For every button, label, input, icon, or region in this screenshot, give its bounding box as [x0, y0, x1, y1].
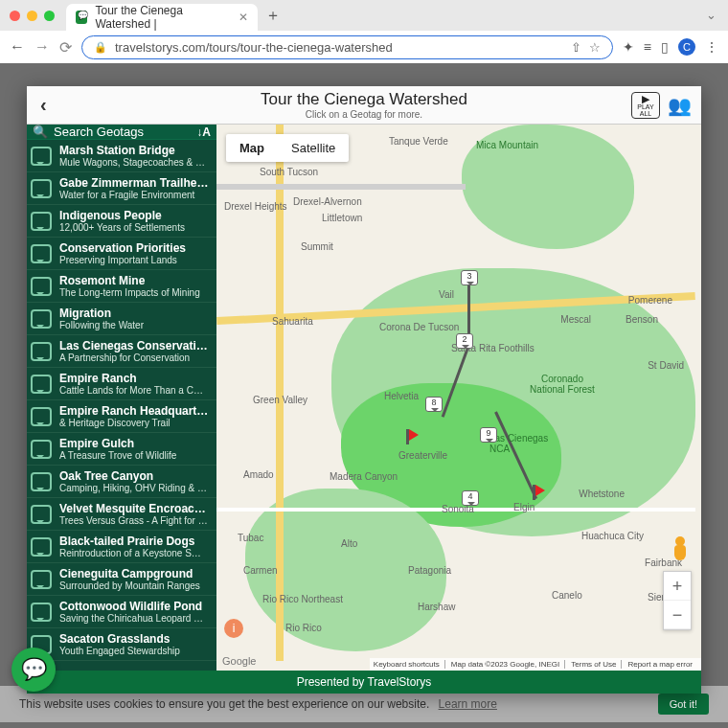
geotag-icon	[31, 244, 52, 263]
geotag-subtitle: Mule Wagons, Stagecoaches & …	[59, 157, 205, 168]
modal-title: Tour the Cienega Watershed	[27, 90, 701, 109]
geotag-title: Indigenous People	[59, 209, 185, 222]
chat-icon: 💬	[21, 657, 47, 682]
map-label: South Tucson	[260, 167, 318, 177]
geotag-item[interactable]: Oak Tree CanyonCamping, Hiking, OHV Ridi…	[27, 466, 216, 498]
window-controls[interactable]	[10, 11, 66, 21]
new-tab-button[interactable]: ＋	[265, 6, 281, 26]
play-all-button[interactable]: ▶ PLAY ALL	[631, 92, 660, 119]
map-label: Rio Rico Northeast	[262, 594, 343, 604]
cookie-accept-button[interactable]: Got it!	[658, 694, 709, 715]
keyboard-shortcuts-link[interactable]: Keyboard shortcuts	[374, 660, 445, 669]
geotag-title: Migration	[59, 307, 144, 320]
map-attribution: Keyboard shortcuts Map data ©2023 Google…	[370, 658, 701, 671]
map-label: Carmen	[243, 565, 278, 576]
geotag-item[interactable]: Cottonwood Wildlife PondSaving the Chiri…	[27, 596, 216, 628]
zoom-in-button[interactable]: +	[664, 572, 691, 601]
geotag-subtitle: Cattle Lands for More Than a C…	[59, 385, 203, 396]
zoom-out-button[interactable]: −	[664, 601, 691, 629]
map-marker[interactable]: 8	[425, 397, 443, 412]
geotag-item[interactable]: Sacaton GrasslandsYouth Engaged Stewards…	[27, 628, 216, 661]
geotag-icon	[31, 472, 52, 491]
url-text: travelstorys.com/tours/tour-the-cienega-…	[115, 40, 393, 55]
google-logo: Google	[222, 655, 256, 667]
tab-title: Tour the Cienega Watershed |	[95, 4, 231, 31]
geotag-subtitle: & Heritage Discovery Trail	[59, 418, 208, 428]
forward-button[interactable]: →	[34, 38, 50, 57]
map-canvas[interactable]: Map Satellite Tanque Verde Mica Mountain…	[216, 125, 701, 671]
terms-link[interactable]: Terms of Use	[571, 660, 622, 669]
share-icon[interactable]: ⇧	[571, 40, 581, 55]
search-row: 🔍 Search Geotags ↓A	[27, 125, 216, 140]
map-label: Amado	[243, 469, 274, 480]
map-label: Pomerene	[628, 295, 672, 306]
geotag-item[interactable]: Black-tailed Prairie DogsReintroduction …	[27, 531, 216, 563]
geotag-title: Empire Gulch	[59, 437, 176, 450]
map-label: Drexel-Alvernon	[293, 196, 362, 207]
close-window-icon[interactable]	[10, 11, 20, 21]
reading-list-icon[interactable]: ≡	[644, 39, 651, 55]
geotag-item[interactable]: Rosemont MineThe Long-term Impacts of Mi…	[27, 270, 216, 303]
browser-tab[interactable]: Tour the Cienega Watershed | ✕	[66, 4, 258, 31]
geotag-icon	[31, 505, 52, 524]
extensions-icon[interactable]: ✦	[623, 39, 634, 55]
maximize-window-icon[interactable]	[44, 11, 55, 21]
geotag-item[interactable]: MigrationFollowing the Water	[27, 303, 216, 335]
map-marker[interactable]: 2	[456, 333, 473, 349]
map-type-control: Map Satellite	[226, 134, 349, 162]
search-input[interactable]: Search Geotags	[54, 125, 191, 139]
geotag-item[interactable]: Cieneguita CampgroundSurrounded by Mount…	[27, 563, 216, 596]
geotag-item[interactable]: Velvet Mesquite Encroac…Trees Versus Gra…	[27, 498, 216, 531]
tour-modal: ‹ Tour the Cienega Watershed Click on a …	[27, 86, 701, 694]
geotag-title: Sacaton Grasslands	[59, 632, 180, 646]
map-label: Canelo	[552, 590, 582, 601]
back-button[interactable]: ←	[10, 38, 25, 57]
bookmark-icon[interactable]: ☆	[589, 40, 601, 55]
cookie-learn-link[interactable]: Learn more	[439, 697, 497, 711]
geotag-sidebar: 🔍 Search Geotags ↓A Marsh Station Bridge…	[27, 125, 216, 671]
geotag-item[interactable]: Conservation PrioritiesPreserving Import…	[27, 238, 216, 270]
minimize-window-icon[interactable]	[27, 11, 37, 21]
geotag-item[interactable]: Empire Ranch Headquart…& Heritage Discov…	[27, 400, 216, 433]
people-icon[interactable]: 👥	[668, 94, 692, 117]
map-marker[interactable]: 3	[461, 270, 478, 285]
favicon-icon	[76, 11, 87, 24]
cookie-text: This website uses cookies to ensure you …	[19, 697, 429, 711]
geotag-item[interactable]: Indigenous People12,000+ Years of Settle…	[27, 205, 216, 238]
report-link[interactable]: Report a map error	[627, 660, 697, 669]
geotag-item[interactable]: Marsh Station BridgeMule Wagons, Stageco…	[27, 140, 216, 172]
map-type-map[interactable]: Map	[226, 134, 278, 162]
geotag-item[interactable]: Empire GulchA Treasure Trove of Wildlife	[27, 433, 216, 466]
tab-overflow-icon[interactable]: ⌄	[706, 8, 717, 22]
map-label: St David	[648, 360, 684, 371]
info-icon[interactable]: i	[224, 619, 243, 638]
reload-button[interactable]: ⟳	[59, 38, 72, 57]
side-panel-icon[interactable]: ▯	[661, 39, 669, 55]
geotag-icon	[31, 440, 52, 459]
map-marker[interactable]: 9	[480, 427, 497, 443]
map-type-satellite[interactable]: Satellite	[278, 134, 349, 162]
sort-button[interactable]: ↓A	[196, 125, 211, 139]
kebab-menu-icon[interactable]: ⋮	[705, 39, 718, 55]
geotag-item[interactable]: Las Cienegas Conservati…A Partnership fo…	[27, 335, 216, 368]
map-label: Alto	[341, 538, 357, 549]
pegman-icon[interactable]	[669, 536, 692, 565]
geotag-subtitle: Saving the Chiricahua Leopard …	[59, 613, 203, 624]
back-chevron-icon[interactable]: ‹	[36, 94, 51, 116]
geotag-subtitle: Surrounded by Mountain Ranges	[59, 580, 200, 591]
map-label: Mica Mountain	[476, 140, 538, 150]
profile-avatar[interactable]: C	[678, 38, 695, 56]
geotag-title: Rosemont Mine	[59, 274, 200, 287]
search-icon: 🔍	[33, 125, 48, 139]
map-marker[interactable]: 4	[462, 490, 479, 506]
modal-header: ‹ Tour the Cienega Watershed Click on a …	[27, 86, 701, 125]
close-tab-icon[interactable]: ✕	[239, 11, 248, 24]
geotag-icon	[31, 537, 52, 557]
geotag-subtitle: A Treasure Trove of Wildlife	[59, 450, 176, 461]
geotag-item[interactable]: Gabe Zimmerman Trailhe…Water for a Fragi…	[27, 172, 216, 205]
map-label: Coronado National Forest	[529, 374, 596, 395]
address-bar[interactable]: 🔒 travelstorys.com/tours/tour-the-cieneg…	[81, 35, 613, 59]
geotag-item[interactable]: Empire RanchCattle Lands for More Than a…	[27, 368, 216, 400]
chat-fab-button[interactable]: 💬	[11, 648, 56, 692]
geotag-icon	[31, 179, 52, 198]
